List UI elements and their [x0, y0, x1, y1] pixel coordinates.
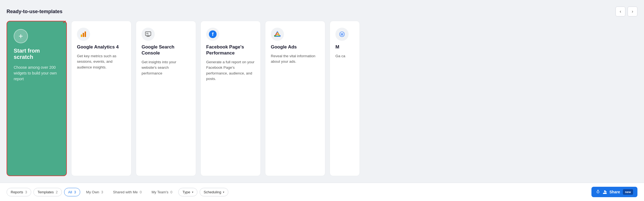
toolbar-tabs: Reports 3 Templates 2 All 3 My Own 3 Sha…: [7, 188, 228, 196]
prev-button[interactable]: ‹: [616, 7, 625, 16]
share-main-button[interactable]: Share new: [591, 187, 637, 197]
fb-card-desc: Generate a full report on your Facebook …: [206, 59, 255, 82]
scratch-description: Choose among over 200 widgets to build y…: [14, 65, 60, 82]
start-from-scratch-card[interactable]: + Start from scratch Choose among over 2…: [7, 21, 67, 176]
scheduling-label: Scheduling: [204, 190, 221, 194]
nav-arrows: ‹ ›: [616, 7, 637, 16]
plus-icon: +: [14, 29, 28, 43]
share-button[interactable]: Share new: [591, 187, 637, 197]
svg-point-16: [597, 191, 599, 193]
ga4-card-desc: Get key metrics such as sessions, events…: [77, 53, 126, 70]
partial-card-name: M: [335, 44, 354, 50]
partial-card-desc: Ga ca: [335, 53, 354, 59]
next-button[interactable]: ›: [628, 7, 637, 16]
tab-my-own[interactable]: My Own 3: [82, 188, 107, 196]
template-card-gads[interactable]: Google Ads Reveal the vital information …: [265, 21, 325, 176]
cards-container: + Start from scratch Choose among over 2…: [7, 21, 637, 176]
gsc-card-name: Google Search Console: [142, 44, 190, 56]
partial-card[interactable]: M M Ga ca: [330, 21, 360, 176]
fb-card-name: Facebook Page's Performance: [206, 44, 255, 56]
gads-icon: [271, 28, 284, 41]
svg-rect-1: [81, 35, 82, 37]
section-title: Ready-to-use-templates: [7, 9, 62, 15]
tab-templates[interactable]: Templates 2: [33, 188, 62, 196]
type-dropdown[interactable]: Type ▾: [178, 188, 197, 196]
share-label: Share: [610, 190, 620, 194]
share-icon: [596, 190, 600, 194]
fb-icon: f: [206, 28, 219, 41]
tab-all[interactable]: All 3: [64, 188, 80, 196]
svg-text:M: M: [341, 33, 343, 36]
template-card-ga4[interactable]: Google Analytics 4 Get key metrics such …: [71, 21, 131, 176]
template-card-gsc[interactable]: Google Search Console Get insights into …: [136, 21, 196, 176]
svg-rect-2: [83, 33, 84, 37]
gsc-card-desc: Get insights into your website's search …: [142, 59, 190, 76]
svg-rect-4: [145, 32, 151, 36]
type-chevron-icon: ▾: [192, 191, 193, 194]
gads-card-desc: Reveal the vital information about your …: [271, 53, 320, 65]
gads-card-name: Google Ads: [271, 44, 320, 50]
svg-line-19: [598, 190, 599, 190]
svg-rect-3: [85, 31, 86, 37]
template-card-fb[interactable]: f Facebook Page's Performance Generate a…: [200, 21, 261, 176]
tab-shared-with-me[interactable]: Shared with Me 0: [109, 188, 146, 196]
tab-my-teams[interactable]: My Team's 0: [148, 188, 176, 196]
share-new-badge: new: [623, 189, 633, 195]
tab-reports[interactable]: Reports 3: [7, 188, 31, 196]
scheduling-chevron-icon: ▾: [223, 191, 224, 194]
ga4-icon: [77, 28, 90, 41]
partial-icon: M: [335, 28, 349, 41]
ga4-card-name: Google Analytics 4: [77, 44, 126, 50]
bottom-toolbar: Reports 3 Templates 2 All 3 My Own 3 Sha…: [0, 183, 644, 201]
scheduling-dropdown[interactable]: Scheduling ▾: [200, 188, 228, 196]
add-person-icon: [602, 190, 607, 194]
type-label: Type: [182, 190, 190, 194]
gsc-icon: [142, 28, 155, 41]
scratch-title: Start from scratch: [14, 48, 60, 60]
